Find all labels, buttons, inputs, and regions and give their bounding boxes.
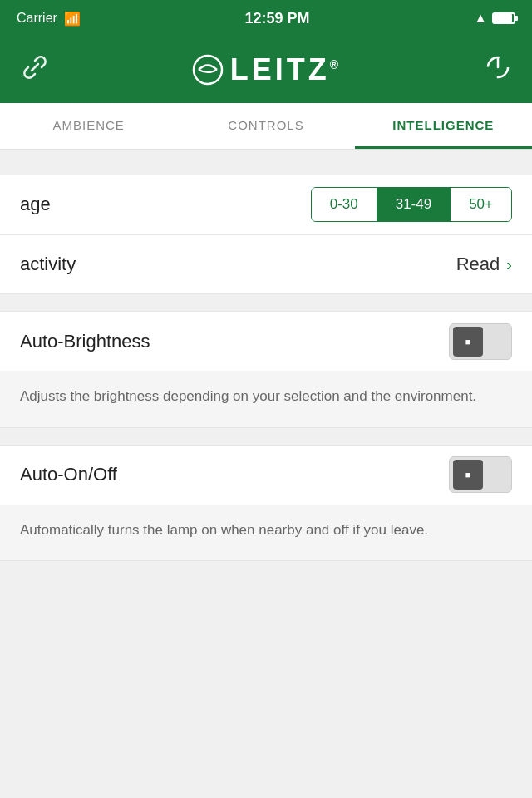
auto-brightness-description-row: Adjusts the brightness depending on your…	[0, 371, 532, 428]
power-icon[interactable]	[484, 53, 512, 87]
auto-on-off-toggle[interactable]: ■	[449, 456, 512, 493]
age-label: age	[20, 194, 51, 215]
age-option-0-30[interactable]: 0-30	[312, 188, 377, 221]
age-row: age 0-30 31-49 50+	[0, 175, 532, 234]
section-gap-1	[0, 294, 532, 311]
auto-brightness-row: Auto-Brightness ■	[0, 311, 532, 371]
status-right: ▲	[474, 11, 515, 26]
auto-brightness-label: Auto-Brightness	[20, 331, 150, 352]
auto-on-off-knob: ■	[453, 460, 483, 490]
app-logo: LEITZ®	[192, 52, 342, 87]
spacer-top	[0, 150, 532, 175]
carrier-label: Carrier	[17, 11, 57, 26]
auto-on-off-description-row: Automatically turns the lamp on when nea…	[0, 505, 532, 562]
auto-brightness-knob: ■	[453, 327, 483, 357]
activity-value-container[interactable]: Read ›	[456, 254, 512, 275]
nav-tabs: AMBIENCE CONTROLS INTELLIGENCE	[0, 103, 532, 150]
auto-on-off-toggle-container[interactable]: ■	[449, 456, 512, 493]
auto-on-off-row: Auto-On/Off ■	[0, 445, 532, 505]
auto-on-off-description: Automatically turns the lamp on when nea…	[20, 522, 428, 538]
battery-icon	[492, 12, 515, 24]
logo-text: LEITZ®	[230, 52, 342, 87]
content-area: age 0-30 31-49 50+ activity Read › Auto-…	[0, 175, 532, 561]
auto-brightness-toggle[interactable]: ■	[449, 323, 512, 360]
age-selector[interactable]: 0-30 31-49 50+	[311, 187, 512, 222]
section-gap-2	[0, 428, 532, 445]
activity-value: Read	[456, 254, 500, 275]
auto-on-off-label: Auto-On/Off	[20, 464, 117, 485]
tab-ambience[interactable]: AMBIENCE	[0, 103, 177, 149]
auto-brightness-toggle-container[interactable]: ■	[449, 323, 512, 360]
activity-row[interactable]: activity Read ›	[0, 234, 532, 294]
auto-brightness-description: Adjusts the brightness depending on your…	[20, 388, 476, 404]
svg-point-0	[194, 56, 222, 84]
location-icon: ▲	[474, 11, 487, 26]
tab-intelligence[interactable]: INTELLIGENCE	[355, 103, 532, 149]
link-icon[interactable]	[20, 52, 50, 88]
status-time: 12:59 PM	[245, 10, 310, 27]
activity-label: activity	[20, 254, 76, 275]
status-left: Carrier 📶	[17, 11, 81, 27]
chevron-right-icon: ›	[506, 255, 512, 274]
status-bar: Carrier 📶 12:59 PM ▲	[0, 0, 532, 37]
tab-controls[interactable]: CONTROLS	[177, 103, 354, 149]
app-header: LEITZ®	[0, 37, 532, 103]
age-option-50-plus[interactable]: 50+	[451, 188, 511, 221]
age-option-31-49[interactable]: 31-49	[377, 188, 451, 221]
wifi-icon: 📶	[64, 11, 81, 27]
